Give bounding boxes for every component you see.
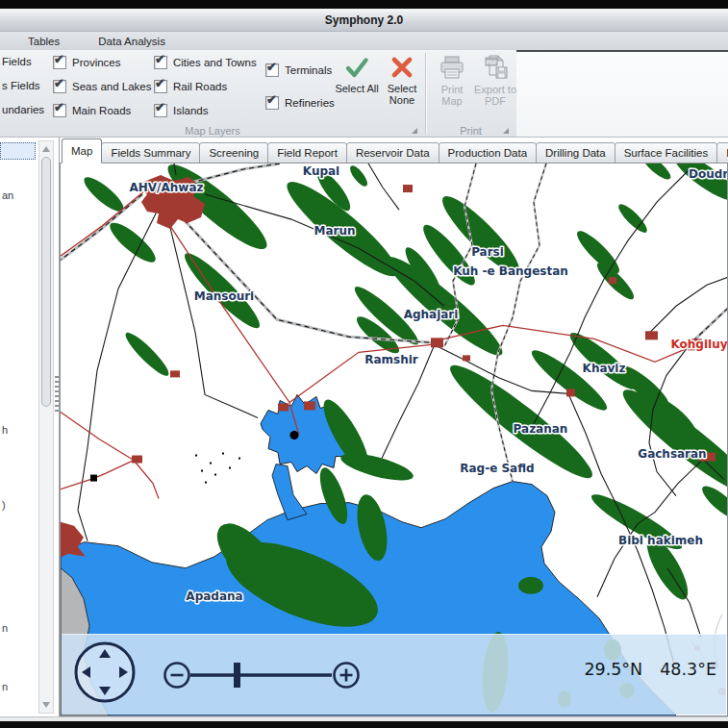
export-pdf-button[interactable]: PDF Export to PDF [473,55,517,107]
doc-tab-surface-facilities[interactable]: Surface Facilities [615,142,718,163]
doc-tab-reservoir-data[interactable]: Reservoir Data [346,142,439,163]
zoom-out-button[interactable] [165,664,189,688]
check-glyph: ✔ [54,100,64,114]
doc-tab-map[interactable]: Map [62,138,102,163]
layer-checkbox-refineries[interactable]: ✔Refineries [265,90,335,114]
checkbox[interactable]: ✔ [265,63,279,77]
latitude-value: 29.5°N [584,660,642,679]
x-icon [389,55,414,80]
layer-checkbox-cities-and-towns[interactable]: ✔Cities and Towns [154,50,257,74]
doc-tab-screening[interactable]: Screening [199,142,268,163]
layer-checkbox-label: Rail Roads [173,81,227,92]
layer-checkbox-provinces[interactable]: ✔Provinces [53,50,151,74]
checkbox[interactable]: ✔ [154,104,167,117]
doc-tab-production-data[interactable]: Production Data [439,142,537,163]
check-glyph: ✔ [155,100,165,114]
doc-tab-field-report[interactable]: Field Report [267,142,347,163]
doc-tab-developme[interactable]: Developme [716,142,728,163]
map-label-rag-e-safid: Rag-e Safid [460,462,534,475]
map-label-ramshir: Ramshir [364,353,418,366]
select-none-button[interactable]: Select None [380,55,424,106]
pdf-icon: PDF [482,55,509,81]
sidebar-item-fragment[interactable]: an [2,189,13,201]
pan-control[interactable] [71,639,138,706]
check-glyph: ✔ [155,52,165,66]
splitter-grip[interactable] [55,376,59,414]
checkbox[interactable]: ✔ [265,96,279,110]
check-glyph: ✔ [155,76,165,90]
longitude-value: 48.3°E [660,660,716,679]
zoom-in-button[interactable] [335,664,359,688]
scrollbar-thumb[interactable] [41,157,51,407]
layer-checkbox-label: Refineries [285,97,335,109]
check-glyph: ✔ [266,92,277,107]
map-label-khaviz: Khaviz [583,362,626,375]
layer-label-fields-partial[interactable]: Fields [2,55,32,69]
map-label-mansouri: Mansouri [194,289,254,303]
map-label-apadana: Apadana [186,590,242,603]
map-label-pazanan: Pazanan [514,422,568,436]
check-glyph: ✔ [266,60,277,74]
dialog-launcher-icon[interactable] [412,128,417,134]
layer-checkbox-seas-and-lakes[interactable]: ✔Seas and Lakes [53,74,151,98]
scroll-up-icon[interactable] [42,146,50,152]
select-all-button[interactable]: Select All [335,55,379,94]
layer-label-gas-fields-partial[interactable]: s Fields [2,79,40,93]
group-label-map-layers: Map Layers [0,125,425,137]
sidebar-item-fragment[interactable]: h [2,424,8,436]
group-separator [425,53,426,135]
map-label-aghajari: Aghajari [404,308,459,321]
map-viewport: AHV/AhwazKupalMarunMansouriParsiKuh -e B… [60,163,728,716]
map-label-marun: Marun [314,224,355,238]
map-navigation-overlay: 29.5°N 48.3°E [62,634,726,715]
doc-tab-drilling-data[interactable]: Drilling Data [536,142,615,163]
map-label-doudrou: Doudrou [689,167,727,181]
sidebar-item-fragment[interactable]: ) [2,499,6,511]
layer-label-boundaries-partial[interactable]: undaries [2,103,44,117]
layer-checkbox-column-3: ✔Terminals✔Refineries [265,50,335,114]
map-label-kuh-e-bangestan: Kuh -e Bangestan [453,264,568,278]
layer-checkbox-terminals[interactable]: ✔Terminals [265,58,335,82]
layer-checkbox-islands[interactable]: ✔Islands [154,98,257,122]
zoom-slider[interactable] [162,658,364,692]
layer-checkbox-rail-roads[interactable]: ✔Rail Roads [154,74,257,98]
checkbox[interactable]: ✔ [154,56,167,69]
map-label-ahv-ahwaz: AHV/Ahwaz [130,181,204,194]
sidebar: anh)nn [0,138,60,716]
sidebar-item-fragment[interactable]: n [2,622,8,634]
checkbox[interactable]: ✔ [53,80,66,93]
check-icon [344,55,369,80]
top-black-strip [0,0,728,9]
app-window: Symphony 2.0 Tables Data Analysis Fields… [0,0,728,728]
sidebar-item-selected[interactable] [0,142,36,160]
bottom-black-bar [0,721,728,728]
layer-checkbox-column-1: ✔Provinces✔Seas and Lakes✔Main Roads [53,50,151,122]
checkbox[interactable]: ✔ [53,104,66,117]
map-label-kohgiluy: Kohgiluy [670,338,727,351]
sidebar-item-fragment[interactable]: n [2,681,8,692]
dialog-launcher-icon[interactable] [503,128,509,134]
zoom-slider-thumb[interactable] [234,663,240,688]
map-label-parsi: Parsi [471,245,504,259]
checkbox[interactable]: ✔ [154,80,167,93]
doc-tab-fields-summary[interactable]: Fields Summary [101,142,200,163]
scroll-down-icon[interactable] [42,702,50,708]
sidebar-scrollbar[interactable] [38,140,54,714]
ribbon: Fields s Fields undaries ✔Provinces✔Seas… [0,50,728,138]
layer-checkbox-label: Seas and Lakes [72,81,151,92]
title-bar[interactable]: Symphony 2.0 [0,9,728,32]
menu-tab-data-analysis[interactable]: Data Analysis [86,36,178,47]
map-canvas[interactable]: AHV/AhwazKupalMarunMansouriParsiKuh -e B… [61,163,727,715]
layer-checkbox-main-roads[interactable]: ✔Main Roads [53,98,151,122]
layer-checkbox-label: Terminals [285,64,332,76]
coordinates-readout: 29.5°N 48.3°E [584,660,716,679]
svg-text:PDF: PDF [487,60,498,65]
checkbox[interactable]: ✔ [53,56,66,69]
layer-checkbox-label: Cities and Towns [173,57,257,68]
menu-tab-tables[interactable]: Tables [15,36,72,47]
map-label-bibi-hakimeh: Bibi hakimeh [618,534,703,547]
menu-bar: Tables Data Analysis [0,32,728,50]
print-map-button[interactable]: Print Map [432,55,472,107]
layer-checkbox-label: Provinces [72,57,121,68]
map-label-gachsaran: Gachsaran [638,447,706,461]
